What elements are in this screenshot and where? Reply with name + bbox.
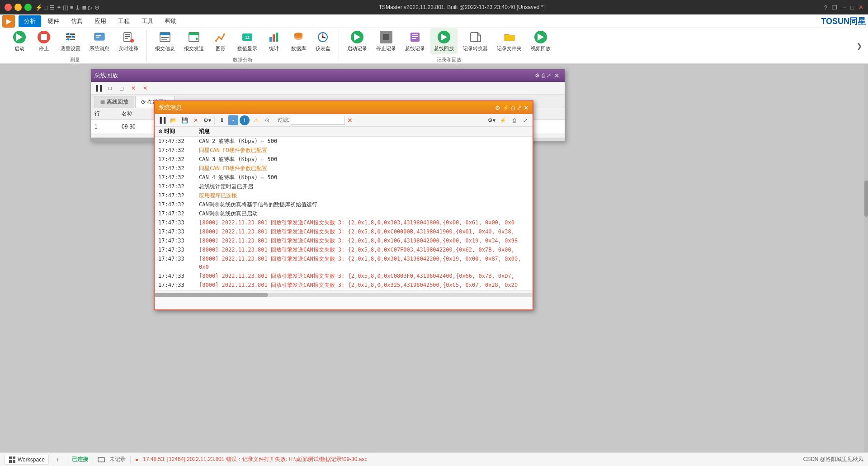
menu-item-analysis[interactable]: 分析 <box>19 15 41 27</box>
smt-arrow-btn[interactable]: ⬇ <box>217 115 227 125</box>
graph-button[interactable]: 图形 <box>209 28 232 54</box>
bus-replay-settings-icon[interactable]: ⚙ <box>535 72 540 79</box>
recording-status: 未记录 <box>109 456 126 463</box>
main-scrollbar[interactable] <box>864 64 868 452</box>
toolbar-expand[interactable]: ❯ <box>856 30 864 62</box>
bus-replay-toolbar: ▐▐ □ ◻ ✕ ✕ <box>91 82 565 95</box>
window-action-buttons: ? ❐ ─ □ ✕ <box>824 4 863 11</box>
max-btn[interactable]: □ <box>850 4 854 11</box>
stop-record-button[interactable]: 停止记录 <box>373 28 400 54</box>
smt-circle-btn[interactable]: ⊙ <box>262 115 272 125</box>
bus-replay-close-btn[interactable]: ✕ <box>553 71 561 80</box>
smt-open-btn[interactable]: 📂 <box>168 115 178 125</box>
menu-item-tools[interactable]: 工具 <box>136 15 159 27</box>
menu-item-simulation[interactable]: 仿真 <box>66 15 88 27</box>
minimize-icon[interactable] <box>14 4 22 11</box>
frame-send-button[interactable]: 报文发送 <box>180 28 208 54</box>
br-pause-btn[interactable]: ▐▐ <box>93 83 103 93</box>
msg-row: 17:47:33 [8000] 2022.11.23.801 回放引擎发送CAN… <box>155 218 533 227</box>
realtime-note-button[interactable]: ! 实时注释 <box>115 28 142 54</box>
smt-right-lightning-btn[interactable]: ⚡ <box>498 115 508 125</box>
log-converter-button[interactable]: 记录转换器 <box>459 28 491 54</box>
bus-replay-print-icon[interactable]: ⎙ <box>542 72 545 79</box>
start-button[interactable]: 启动 <box>8 28 31 54</box>
menu-item-help[interactable]: 帮助 <box>160 15 182 27</box>
smt-warn-btn[interactable]: ⚠ <box>251 115 261 125</box>
msg-row: 17:47:33 [8000] 2022.11.23.801 回放引擎发送CAN… <box>155 281 533 290</box>
br-new-btn[interactable]: ◻ <box>117 83 127 93</box>
min-btn[interactable]: ─ <box>842 4 846 11</box>
log-folder-button[interactable]: 记录文件夹 <box>493 28 525 54</box>
smt-settings-btn[interactable]: ⚙▾ <box>202 115 212 125</box>
smt-info-btn[interactable]: i <box>240 115 250 125</box>
col-row: 行 <box>94 110 122 118</box>
dashboard-button[interactable]: 仪表盘 <box>311 28 334 54</box>
offline-tab-label: 离线回放 <box>107 98 128 106</box>
measure-settings-button[interactable]: 测量设置 <box>57 28 84 54</box>
menu-item-engineering[interactable]: 工程 <box>113 15 135 27</box>
smt-clear-btn[interactable]: ✕ <box>191 115 201 125</box>
num-display-button[interactable]: 12 数值显示 <box>234 28 261 54</box>
video-replay-icon <box>533 30 548 44</box>
msg-text: [8000] 2022.11.23.801 回放引擎发送CAN报文失败 3: {… <box>199 272 529 280</box>
main-toolbar: 启动 停止 测量设置 系统消息 <box>0 28 868 64</box>
sys-msg-close-btn[interactable]: ✕ <box>524 104 529 111</box>
menu-item-application[interactable]: 应用 <box>89 15 112 27</box>
svg-text:12: 12 <box>245 35 250 40</box>
frame-info-button[interactable]: 报文信息 <box>151 28 179 54</box>
add-workspace-btn[interactable]: + <box>53 455 62 464</box>
smt-save-btn[interactable]: 💾 <box>179 115 189 125</box>
help-btn[interactable]: ? <box>824 4 827 11</box>
title-bar-left: ⚡ □ ☰ ✦ ◫ ≡ ⤓ ≣ ▷ ⊕ <box>5 4 99 11</box>
stop-circle <box>38 31 50 43</box>
stop-record-label: 停止记录 <box>376 45 396 52</box>
app-title: TSMaster v2022.11.23.801. Built @2022-11… <box>99 4 824 10</box>
svg-rect-40 <box>505 35 514 41</box>
tab-offline-replay[interactable]: ✉ 离线回放 <box>94 96 134 108</box>
filter-clear-btn[interactable]: ✕ <box>347 117 353 124</box>
sys-msg-button[interactable]: 系统消息 <box>86 28 113 54</box>
svg-rect-13 <box>125 38 128 39</box>
sys-msg-settings-icon[interactable]: ⚙ <box>495 105 500 111</box>
stats-button[interactable]: 统计 <box>263 28 285 54</box>
video-replay-play <box>534 31 547 43</box>
sys-msg-input[interactable] <box>157 300 530 307</box>
msg-time: 17:47:32 <box>158 200 199 209</box>
sys-msg-expand-icon[interactable]: ⤢ <box>517 105 522 111</box>
msg-text: CAN 4 波特率 (Kbps) = 500 <box>199 173 529 181</box>
smt-right-print-btn[interactable]: ⎙ <box>509 115 519 125</box>
realtime-note-label: 实时注释 <box>118 45 138 52</box>
br-delete-btn[interactable]: ✕ <box>128 83 138 93</box>
close-btn[interactable]: ✕ <box>859 4 863 11</box>
video-replay-button[interactable]: 视频回放 <box>527 28 554 54</box>
menu-item-hardware[interactable]: 硬件 <box>42 15 65 27</box>
sys-msg-hscrollbar[interactable] <box>155 290 533 297</box>
start-record-button[interactable]: 启动记录 <box>344 28 371 54</box>
status-separator2 <box>93 456 93 464</box>
smt-pause-btn[interactable]: ▐▐ <box>157 115 167 125</box>
bus-log-button[interactable]: 总线记录 <box>401 28 429 54</box>
restore-btn[interactable]: ❐ <box>832 4 837 11</box>
smt-col-btn[interactable]: ▪ <box>228 115 238 125</box>
svg-rect-41 <box>9 456 12 459</box>
bus-replay-expand-icon[interactable]: ⤢ <box>547 72 551 79</box>
sys-msg-print-icon[interactable]: ⎙ <box>511 105 515 111</box>
smt-right-expand-btn[interactable]: ⤢ <box>520 115 530 125</box>
close-icon[interactable] <box>5 4 12 11</box>
database-button[interactable]: 数据库 <box>287 28 310 54</box>
br-close-btn[interactable]: ✕ <box>140 83 150 93</box>
msg-time: 17:47:32 <box>158 209 199 218</box>
sys-msg-lightning-icon[interactable]: ⚡ <box>502 105 509 111</box>
smt-right-settings-btn[interactable]: ⚙▾ <box>486 115 496 125</box>
bus-replay-button[interactable]: 总线回放 <box>430 28 458 54</box>
svg-rect-36 <box>412 34 418 35</box>
svg-rect-45 <box>98 457 104 462</box>
sys-msg-title-text: 系统消息 <box>158 104 182 112</box>
maximize-icon[interactable] <box>24 4 32 11</box>
sys-msg-content[interactable]: 17:47:32 CAN 2 波特率 (Kbps) = 500 17:47:32… <box>155 137 533 290</box>
realtime-note-icon: ! <box>121 30 136 44</box>
workspace-button[interactable]: Workspace <box>5 455 49 465</box>
stop-button[interactable]: 停止 <box>33 28 55 54</box>
br-stop-btn[interactable]: □ <box>105 83 115 93</box>
filter-input[interactable] <box>291 116 345 125</box>
